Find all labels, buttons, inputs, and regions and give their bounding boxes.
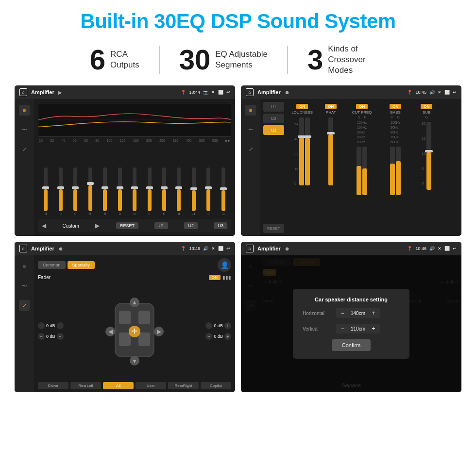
eq-bottom-bar: ◀ Custom ▶ RESET U1 U2 U3 — [38, 219, 231, 232]
loudness-slider-1[interactable] — [299, 117, 304, 185]
sub-slider[interactable] — [426, 122, 431, 190]
close-icon: ✕ — [211, 90, 215, 95]
horizontal-plus-btn[interactable]: + — [370, 310, 377, 316]
dsp-reset-btn[interactable]: RESET — [263, 224, 284, 233]
vertical-stepper[interactable]: − 110cm + — [336, 324, 380, 333]
close-icon-4: ✕ — [438, 246, 442, 251]
time-distance: 10:46 — [415, 246, 426, 251]
specialty-tab[interactable]: Specialty — [68, 261, 95, 269]
bass-slider-f[interactable] — [390, 147, 395, 195]
sidebar-fader-arrows-icon[interactable]: ⤢ — [19, 300, 30, 311]
loudness-slider-2[interactable] — [305, 117, 310, 185]
eq-slider-8[interactable]: 0 — [142, 167, 156, 216]
dsp-sub-toggle[interactable]: ON — [421, 104, 432, 109]
eq-slider-11[interactable]: -1 — [187, 167, 201, 216]
back-icon: ↩ — [226, 90, 230, 95]
eq-slider-9[interactable]: 0 — [157, 167, 171, 216]
driver-btn[interactable]: Driver — [38, 382, 68, 389]
eq-slider-6[interactable]: 0 — [113, 167, 126, 216]
rearleft-btn[interactable]: RearLeft — [70, 382, 101, 389]
eq-slider-7[interactable]: 0 — [128, 167, 141, 216]
dsp-u3-btn[interactable]: U3 — [263, 125, 284, 135]
screen-eq-header-left: ⌂ Amplifier ▶ — [19, 88, 62, 96]
dsp-loudness-toggle[interactable]: ON — [296, 104, 308, 109]
dsp-cutfreq-toggle[interactable]: ON — [356, 104, 368, 109]
dsp-u-buttons: U1 U2 U3 RESET — [263, 102, 284, 233]
svg-text:▶: ▶ — [157, 328, 162, 335]
sidebar-dsp-wave-icon[interactable]: 〜 — [245, 124, 256, 135]
eq-slider-5[interactable]: 0 — [98, 167, 112, 216]
window-icon-4: ⬜ — [444, 246, 450, 251]
window-icon: ⬜ — [218, 90, 223, 95]
cutfreq-slider-f[interactable] — [362, 147, 367, 195]
screen-eq: ⌂ Amplifier ▶ 📍 10:44 📷 ✕ ⬜ ↩ ≡ 〜 ⤢ — [15, 85, 235, 236]
home-icon-4[interactable]: ⌂ — [246, 245, 254, 252]
eq-prev-btn[interactable]: ◀ — [42, 222, 46, 229]
sidebar-arrows-icon[interactable]: ⤢ — [19, 144, 30, 154]
db-minus-bottomleft[interactable]: − — [38, 333, 45, 340]
screen-dsp-title: Amplifier — [257, 89, 281, 95]
dsp-u2-btn[interactable]: U2 — [263, 114, 284, 123]
eq-slider-13[interactable]: -1 — [217, 167, 230, 216]
dsp-bass-label: BASS — [391, 110, 401, 115]
eq-slider-12[interactable]: 0 — [202, 167, 215, 216]
db-val-bottomright: 0 dB — [214, 334, 223, 339]
eq-u1-btn[interactable]: U1 — [154, 222, 168, 229]
all-btn[interactable]: All — [103, 382, 134, 389]
dsp-u1-btn[interactable]: U1 — [263, 102, 284, 112]
horizontal-stepper[interactable]: − 140cm + — [336, 308, 380, 318]
screen-dsp: ⌂ Amplifier ⏺ 📍 10:45 🔊 ✕ ⬜ ↩ ≡ 〜 ⤢ — [241, 85, 461, 236]
vertical-plus-btn[interactable]: + — [370, 325, 377, 332]
user-icon[interactable]: 👤 — [218, 258, 231, 272]
db-plus-bottomright[interactable]: + — [224, 333, 231, 340]
db-val-topright: 0 dB — [214, 323, 223, 328]
vertical-value: 110cm — [348, 326, 368, 332]
eq-slider-2[interactable]: 0 — [53, 167, 67, 216]
sidebar-wave-icon[interactable]: 〜 — [19, 124, 30, 135]
eq-slider-1[interactable]: 0 — [39, 167, 52, 216]
sidebar-eq-icon[interactable]: ≡ — [19, 105, 30, 116]
screen-distance: ⌂ Amplifier ⏺ 📍 10:46 🔊 ✕ ⬜ ↩ ≡ — [241, 242, 461, 392]
home-icon-3[interactable]: ⌂ — [19, 245, 27, 252]
dsp-loudness-label: LOUDNESS — [291, 110, 313, 115]
sidebar-fader-wave-icon[interactable]: 〜 — [19, 281, 30, 291]
dsp-bass-toggle[interactable]: ON — [390, 104, 401, 109]
db-plus-topright[interactable]: + — [224, 322, 231, 329]
cutfreq-slider-g[interactable] — [357, 147, 361, 195]
screen-fader-header: ⌂ Amplifier ⏺ 📍 10:46 🔊 ✕ ⬜ ↩ — [15, 242, 235, 255]
home-icon[interactable]: ⌂ — [19, 88, 27, 96]
eq-u2-btn[interactable]: U2 — [184, 222, 198, 229]
rearright-btn[interactable]: RearRight — [168, 382, 199, 389]
sidebar-dsp-arrows-icon[interactable]: ⤢ — [245, 144, 256, 154]
eq-u3-btn[interactable]: U3 — [214, 222, 227, 229]
bass-slider-g[interactable] — [396, 147, 401, 195]
home-icon-2[interactable]: ⌂ — [246, 88, 254, 96]
db-minus-topright[interactable]: − — [205, 322, 212, 329]
confirm-button[interactable]: Confirm — [332, 339, 371, 351]
fader-toggle[interactable]: ON — [209, 275, 221, 280]
db-plus-topleft[interactable]: + — [57, 322, 64, 329]
sidebar-fader-eq-icon[interactable]: ≡ — [19, 261, 30, 272]
vertical-minus-btn[interactable]: − — [339, 325, 346, 332]
fader-label: Fader — [38, 275, 51, 280]
back-icon-3: ↩ — [226, 246, 230, 251]
db-plus-bottomleft[interactable]: + — [57, 333, 64, 340]
user-btn[interactable]: User — [136, 382, 166, 389]
sidebar-dsp-eq-icon[interactable]: ≡ — [245, 105, 256, 116]
eq-slider-3[interactable]: 0 — [68, 167, 82, 216]
db-minus-topleft[interactable]: − — [38, 322, 45, 329]
dsp-phat-toggle[interactable]: ON — [325, 104, 337, 109]
copilot-btn[interactable]: Copilot — [201, 382, 231, 389]
horizontal-minus-btn[interactable]: − — [339, 310, 346, 316]
eq-reset-btn[interactable]: RESET — [116, 222, 138, 229]
eq-slider-4[interactable]: 5 — [83, 167, 97, 216]
screen-eq-header-right: 📍 10:44 📷 ✕ ⬜ ↩ — [181, 90, 230, 95]
dsp-cutfreq-sub: G F — [357, 116, 366, 119]
eq-slider-10[interactable]: 0 — [172, 167, 186, 216]
common-tab[interactable]: Common — [38, 261, 66, 269]
eq-next-btn[interactable]: ▶ — [95, 222, 100, 229]
screen-dsp-sidebar: ≡ 〜 ⤢ — [241, 99, 260, 236]
db-minus-bottomright[interactable]: − — [205, 333, 212, 340]
phat-slider-1[interactable] — [328, 117, 333, 185]
location-icon-4: 📍 — [407, 246, 412, 251]
